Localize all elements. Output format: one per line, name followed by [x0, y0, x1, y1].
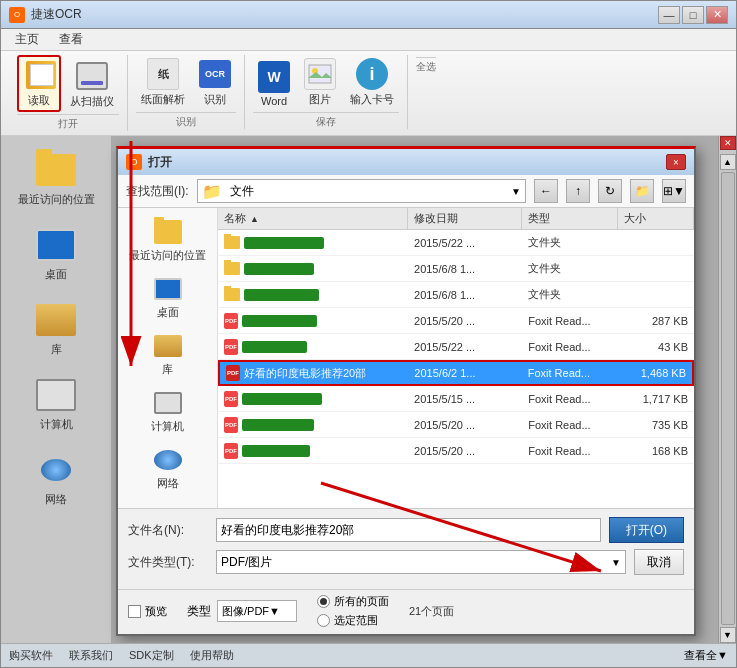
status-bar: 购买软件 联系我们 SDK定制 使用帮助 查看全▼ — [1, 643, 736, 667]
nav-back-button[interactable]: ← — [534, 179, 558, 203]
dialog-nav-network[interactable]: 网络 — [118, 440, 217, 497]
title-bar: O 捷速OCR — □ ✕ — [1, 1, 736, 29]
right-close-button[interactable]: ✕ — [720, 136, 736, 150]
dialog-options: 预览 类型 图像/PDF ▼ 所有的页面 — [118, 589, 694, 634]
maximize-button[interactable]: □ — [682, 6, 704, 24]
filename-input[interactable] — [216, 518, 601, 542]
file-size: 1,717 KB — [618, 391, 694, 407]
filename-label: 文件名(N): — [128, 522, 208, 539]
file-size: 43 KB — [618, 339, 694, 355]
filetype-combo[interactable]: PDF/图片 ▼ — [216, 550, 626, 574]
file-date: 2015/5/15 ... — [408, 391, 522, 407]
file-date: 2015/5/20 ... — [408, 443, 522, 459]
table-row[interactable]: PDF 2015/5/22 ... Foxit Read... 43 KB — [218, 334, 694, 360]
all-pages-radio[interactable] — [317, 595, 330, 608]
status-sdk[interactable]: SDK定制 — [129, 648, 174, 663]
file-date: 2015/6/8 1... — [408, 261, 522, 277]
dialog-nav-computer[interactable]: 计算机 — [118, 383, 217, 440]
menu-item-home[interactable]: 主页 — [5, 29, 49, 50]
scroll-thumb[interactable] — [721, 172, 735, 625]
location-dropdown-arrow: ▼ — [511, 186, 521, 197]
ribbon-group-save: W Word 图片 — [245, 55, 408, 129]
nav-view-button[interactable]: ⊞▼ — [662, 179, 686, 203]
status-help[interactable]: 使用帮助 — [190, 648, 234, 663]
file-date: 2015/6/2 1... — [408, 365, 521, 381]
table-row[interactable]: PDF 2015/5/15 ... Foxit Read... 1,717 KB — [218, 386, 694, 412]
nav-up-button[interactable]: ↑ — [566, 179, 590, 203]
status-right: 查看全▼ — [684, 648, 728, 663]
scan-button[interactable]: 从扫描仪 — [65, 57, 119, 112]
nav-folder-button[interactable]: 📁 — [630, 179, 654, 203]
file-size — [618, 293, 694, 297]
card-button[interactable]: i 输入卡号 — [345, 55, 399, 110]
filename-row: 文件名(N): 打开(O) — [128, 517, 684, 543]
open-file-dialog: O 打开 × 查找范围(I): 📁 文件 ▼ ← ↑ ↻ � — [116, 146, 696, 636]
dialog-nav-desktop[interactable]: 桌面 — [118, 269, 217, 326]
window-controls: — □ ✕ — [658, 6, 728, 24]
col-header-type[interactable]: 类型 — [522, 208, 617, 229]
file-size: 1,468 KB — [616, 365, 692, 381]
all-pages-label: 所有的页面 — [334, 594, 389, 609]
minimize-button[interactable]: — — [658, 6, 680, 24]
open-button[interactable]: 打开(O) — [609, 517, 684, 543]
sidebar-item-desktop[interactable]: 桌面 — [28, 221, 84, 286]
file-date: 2015/5/20 ... — [408, 417, 522, 433]
all-pages-radio-item: 所有的页面 — [317, 594, 389, 609]
privacy-block — [242, 341, 307, 353]
title-bar-left: O 捷速OCR — [9, 6, 82, 23]
parse-button[interactable]: 纸 纸面解析 — [136, 55, 190, 110]
dialog-nav-library-label: 库 — [162, 362, 173, 377]
parse-label: 纸面解析 — [141, 92, 185, 107]
read-button[interactable]: 读取 — [17, 55, 61, 112]
pdf-icon: PDF — [224, 417, 238, 433]
col-header-name[interactable]: 名称 ▲ — [218, 208, 408, 229]
table-row[interactable]: 2015/5/22 ... 文件夹 — [218, 230, 694, 256]
file-date: 2015/6/8 1... — [408, 287, 522, 303]
location-value: 文件 — [230, 183, 507, 200]
dialog-nav-recent[interactable]: 最近访问的位置 — [118, 212, 217, 269]
sidebar-item-library[interactable]: 库 — [28, 296, 84, 361]
folder-icon — [224, 288, 240, 301]
col-header-size[interactable]: 大小 — [618, 208, 694, 229]
save-group-label: 保存 — [253, 112, 399, 129]
name-sort-arrow: ▲ — [250, 214, 259, 224]
network-icon — [41, 459, 71, 481]
table-row[interactable]: PDF 2015/5/20 ... Foxit Read... 735 KB — [218, 412, 694, 438]
status-contact[interactable]: 联系我们 — [69, 648, 113, 663]
filetype-row: 文件类型(T): PDF/图片 ▼ 取消 — [128, 549, 684, 575]
table-row[interactable]: 2015/6/8 1... 文件夹 — [218, 256, 694, 282]
select-range-radio[interactable] — [317, 614, 330, 627]
sidebar-item-network[interactable]: 网络 — [28, 446, 84, 511]
image-button[interactable]: 图片 — [299, 55, 341, 110]
scroll-down-arrow[interactable]: ▼ — [720, 627, 736, 643]
sidebar-item-recent[interactable]: 最近访问的位置 — [14, 146, 99, 211]
cancel-button[interactable]: 取消 — [634, 549, 684, 575]
status-search[interactable]: 查看全▼ — [684, 648, 728, 663]
location-combo[interactable]: 📁 文件 ▼ — [197, 179, 526, 203]
table-row[interactable]: PDF 2015/5/20 ... Foxit Read... 168 KB — [218, 438, 694, 464]
col-header-date[interactable]: 修改日期 — [408, 208, 522, 229]
dialog-nav-library[interactable]: 库 — [118, 326, 217, 383]
preview-checkbox[interactable] — [128, 605, 141, 618]
sidebar-item-computer[interactable]: 计算机 — [28, 371, 84, 436]
table-row[interactable]: 2015/6/8 1... 文件夹 — [218, 282, 694, 308]
dialog-close-button[interactable]: × — [666, 154, 686, 170]
scan-label: 从扫描仪 — [70, 94, 114, 109]
table-row-selected[interactable]: PDF 好看的印度电影推荐20部 2015/6/2 1... Foxit Rea… — [218, 360, 694, 386]
word-button[interactable]: W Word — [253, 58, 295, 110]
status-buy[interactable]: 购买软件 — [9, 648, 53, 663]
dialog-nav-recent-label: 最近访问的位置 — [129, 248, 206, 263]
table-row[interactable]: PDF 2015/5/20 ... Foxit Read... 287 KB — [218, 308, 694, 334]
pdf-icon: PDF — [224, 339, 238, 355]
close-button[interactable]: ✕ — [706, 6, 728, 24]
recognize-button[interactable]: OCR 识别 — [194, 55, 236, 110]
scroll-up-arrow[interactable]: ▲ — [720, 154, 736, 170]
nav-refresh-button[interactable]: ↻ — [598, 179, 622, 203]
image-label: 图片 — [309, 92, 331, 107]
menu-item-view[interactable]: 查看 — [49, 29, 93, 50]
selected-filename: 好看的印度电影推荐20部 — [244, 366, 366, 381]
book-icon — [23, 57, 55, 93]
type-dropdown[interactable]: 图像/PDF ▼ — [217, 600, 297, 622]
privacy-block — [242, 445, 310, 457]
main-area: O 打开 × 查找范围(I): 📁 文件 ▼ ← ↑ ↻ � — [111, 136, 718, 643]
